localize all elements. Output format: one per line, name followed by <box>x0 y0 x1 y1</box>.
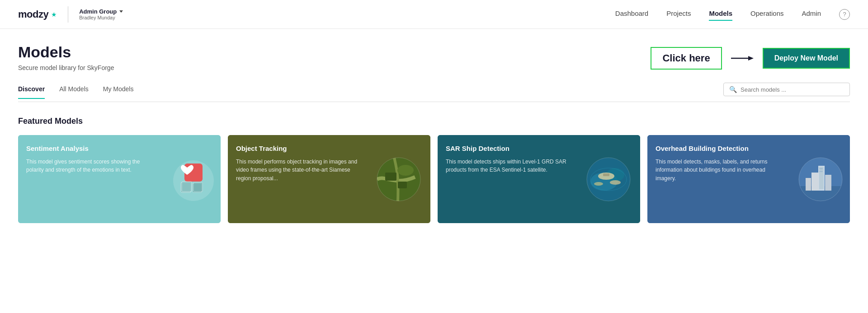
tabs: Discover All Models My Models <box>18 85 133 99</box>
card-image-building <box>787 135 850 223</box>
svg-point-12 <box>397 165 414 176</box>
logo-text: modzy <box>18 9 48 20</box>
svg-rect-11 <box>398 182 407 188</box>
admin-group-selector[interactable]: Admin Group Bradley Munday <box>79 8 123 20</box>
card-title-building: Overhead Building Detection <box>656 144 778 153</box>
featured-models-cards: Sentiment Analysis This model gives sent… <box>18 135 850 223</box>
svg-rect-7 <box>193 182 203 192</box>
svg-rect-19 <box>603 173 609 176</box>
sar-ship-illustration <box>581 150 636 209</box>
card-content-sar: SAR Ship Detection This model detects sh… <box>438 135 577 223</box>
model-card-sar-ship-detection[interactable]: SAR Ship Detection This model detects sh… <box>438 135 640 223</box>
tab-my-models[interactable]: My Models <box>103 85 134 99</box>
card-desc-sar: This model detects ships within Level-1 … <box>446 158 569 174</box>
featured-models-title: Featured Models <box>18 117 850 126</box>
arrow-right-icon <box>731 54 754 63</box>
admin-group-name: Admin Group <box>79 8 123 15</box>
nav-admin[interactable]: Admin <box>802 9 821 19</box>
sentiment-analysis-illustration <box>162 150 216 209</box>
card-title-sar: SAR Ship Detection <box>446 144 569 153</box>
svg-point-20 <box>610 180 621 185</box>
click-here-label: Click here <box>651 47 722 70</box>
search-box[interactable]: 🔍 <box>723 83 850 96</box>
page-subtitle: Secure model library for SkyForge <box>18 64 114 71</box>
page-content: Models Secure model library for SkyForge… <box>0 29 868 223</box>
svg-rect-30 <box>825 175 831 191</box>
model-card-overhead-building[interactable]: Overhead Building Detection This model d… <box>647 135 850 223</box>
tab-discover[interactable]: Discover <box>18 85 45 99</box>
model-card-object-tracking[interactable]: Object Tracking This model performs obje… <box>228 135 430 223</box>
nav-dashboard[interactable]: Dashboard <box>615 9 648 19</box>
svg-rect-35 <box>821 171 822 172</box>
search-icon: 🔍 <box>729 86 737 93</box>
svg-rect-32 <box>820 168 821 169</box>
svg-point-21 <box>594 182 603 186</box>
search-input[interactable] <box>741 86 844 93</box>
card-desc-object-tracking: This model performs object tracking in i… <box>236 158 359 183</box>
svg-rect-29 <box>811 173 819 191</box>
header-divider <box>68 6 68 23</box>
building-detection-illustration <box>791 150 845 209</box>
nav-operations[interactable]: Operations <box>750 9 783 19</box>
card-title-sentiment: Sentiment Analysis <box>26 144 149 153</box>
model-card-sentiment-analysis[interactable]: Sentiment Analysis This model gives sent… <box>18 135 221 223</box>
svg-rect-5 <box>182 182 192 192</box>
svg-rect-34 <box>820 171 821 172</box>
svg-rect-33 <box>821 168 822 169</box>
card-content-building: Overhead Building Detection This model d… <box>647 135 787 223</box>
card-desc-sentiment: This model gives sentiment scores showin… <box>26 158 149 174</box>
svg-rect-31 <box>806 178 811 191</box>
logo-star: ★ <box>51 11 57 18</box>
page-title-area: Models Secure model library for SkyForge <box>18 43 114 72</box>
object-tracking-illustration <box>372 150 426 209</box>
header-left: modzy ★ Admin Group Bradley Munday <box>18 6 123 23</box>
header: modzy ★ Admin Group Bradley Munday Dashb… <box>0 0 868 29</box>
tabs-row: Discover All Models My Models 🔍 <box>18 83 850 102</box>
help-icon[interactable]: ? <box>839 9 850 20</box>
main-nav: Dashboard Projects Models Operations Adm… <box>615 9 850 20</box>
card-image-sentiment <box>157 135 221 223</box>
nav-projects[interactable]: Projects <box>666 9 691 19</box>
card-image-sar <box>577 135 640 223</box>
svg-marker-1 <box>748 56 754 61</box>
page-title: Models <box>18 43 114 61</box>
nav-models[interactable]: Models <box>709 9 732 19</box>
chevron-down-icon <box>119 10 123 13</box>
card-desc-building: This model detects, masks, labels, and r… <box>656 158 778 183</box>
deploy-new-model-button[interactable]: Deploy New Model <box>763 48 850 69</box>
svg-rect-10 <box>385 173 396 181</box>
tab-all-models[interactable]: All Models <box>59 85 89 99</box>
logo-area: modzy ★ <box>18 9 57 20</box>
card-content-object-tracking: Object Tracking This model performs obje… <box>228 135 367 223</box>
card-content-sentiment: Sentiment Analysis This model gives sent… <box>18 135 157 223</box>
card-image-object-tracking <box>367 135 430 223</box>
admin-user-name: Bradley Munday <box>79 15 123 20</box>
deploy-action-area: Click here Deploy New Model <box>651 47 850 70</box>
svg-rect-28 <box>819 167 824 189</box>
card-title-object-tracking: Object Tracking <box>236 144 359 153</box>
page-header-row: Models Secure model library for SkyForge… <box>18 43 850 72</box>
